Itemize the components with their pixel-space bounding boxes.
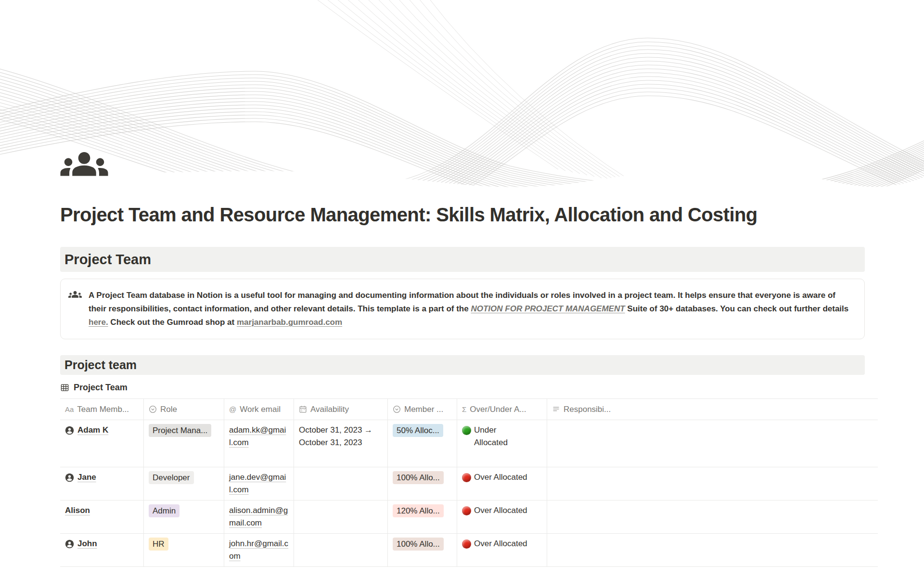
page-title: Project Team and Resource Management: Sk…	[60, 204, 865, 226]
team-member-name[interactable]: Adam K	[77, 424, 108, 436]
column-header-availability[interactable]: Availability	[294, 399, 388, 420]
status-label: Over Allocated	[474, 504, 527, 517]
over-under-allocation-cell[interactable]: Over Allocated	[457, 467, 547, 500]
section-heading-project-team: Project Team	[60, 247, 865, 272]
team-member-name[interactable]: Alison	[65, 504, 90, 517]
notion-for-project-management-link[interactable]: NOTION FOR PROJECT MANAGEMENT	[471, 304, 625, 313]
availability-cell[interactable]	[294, 500, 388, 533]
status-dot-green	[462, 426, 471, 435]
over-under-allocation-cell[interactable]: Over Allocated	[457, 534, 547, 566]
allocation-tag[interactable]: 100% Allo...	[393, 538, 444, 551]
role-tag[interactable]: Project Mana...	[149, 424, 211, 437]
allocation-tag[interactable]: 100% Allo...	[393, 471, 444, 484]
here-link[interactable]: here.	[89, 318, 108, 327]
table-row: Jane Developer jane.dev@gmail.com 100% A…	[60, 467, 878, 500]
callout-text-part2: Suite of 30+ databases. You can check ou…	[625, 304, 849, 313]
responsibilities-cell[interactable]	[547, 467, 878, 500]
formula-icon: Σ	[462, 403, 466, 416]
text-icon	[552, 405, 560, 413]
table-row: Alison Admin alison.admin@gmail.com 120%…	[60, 500, 878, 534]
over-under-allocation-cell[interactable]: Over Allocated	[457, 500, 547, 533]
person-icon	[65, 424, 74, 439]
column-header-responsibilities[interactable]: Responsibi...	[547, 399, 878, 420]
work-email-cell[interactable]: jane.dev@gmail.com	[224, 467, 294, 500]
availability-cell[interactable]: October 31, 2023 → October 31, 2023	[294, 420, 388, 467]
gumroad-shop-link[interactable]: marjanarbab.gumroad.com	[237, 318, 342, 327]
callout-text-part3: Check out the Gumroad shop at	[108, 318, 237, 327]
status-dot-red	[462, 473, 471, 482]
team-member-cell[interactable]: Alison	[60, 500, 144, 533]
status-label: Over Allocated	[474, 538, 527, 550]
table-row: John HR john.hr@gmail.com 100% Allo... O…	[60, 534, 878, 567]
team-member-cell[interactable]: Jane	[60, 467, 144, 500]
work-email-cell[interactable]: john.hr@gmail.com	[224, 534, 294, 566]
section-heading-text: Project team	[64, 358, 137, 372]
work-email-cell[interactable]: alison.admin@gmail.com	[224, 500, 294, 533]
table-row: Adam K Project Mana... adam.kk@gmail.com…	[60, 420, 878, 467]
title-icon: Aa	[65, 403, 74, 416]
page-icon[interactable]	[59, 152, 109, 184]
column-header-over-under-allocation[interactable]: Σ Over/Under A...	[457, 399, 547, 420]
allocation-tag[interactable]: 50% Alloc...	[393, 424, 443, 437]
column-header-work-email[interactable]: @ Work email	[224, 399, 294, 420]
responsibilities-cell[interactable]	[547, 534, 878, 566]
role-cell[interactable]: HR	[144, 534, 224, 566]
select-icon	[149, 405, 157, 413]
date-icon	[299, 405, 307, 413]
section-heading-text: Project Team	[64, 252, 151, 268]
database-title-text: Project Team	[74, 383, 128, 393]
team-member-cell[interactable]: Adam K	[60, 420, 144, 467]
status-dot-red	[462, 539, 471, 549]
groups-icon	[68, 289, 82, 329]
role-tag[interactable]: Admin	[149, 504, 180, 517]
select-icon	[393, 405, 401, 413]
team-member-name[interactable]: Jane	[77, 471, 96, 484]
person-icon	[65, 538, 74, 552]
table-icon	[60, 383, 69, 392]
column-header-member-allocation[interactable]: Member ...	[388, 399, 457, 420]
role-tag[interactable]: HR	[149, 538, 168, 551]
column-header-team-member[interactable]: Aa Team Memb...	[60, 399, 144, 420]
callout: A Project Team database in Notion is a u…	[60, 279, 865, 339]
availability-cell[interactable]	[294, 467, 388, 500]
team-member-cell[interactable]: John	[60, 534, 144, 566]
groups-icon	[59, 152, 109, 184]
callout-text: A Project Team database in Notion is a u…	[89, 289, 852, 329]
table-header-row: Aa Team Memb... Role @ Work email Availa…	[60, 399, 878, 420]
allocation-tag[interactable]: 120% Allo...	[393, 504, 444, 517]
role-tag[interactable]: Developer	[149, 471, 194, 484]
person-icon	[65, 471, 74, 486]
member-allocation-cell[interactable]: 120% Allo...	[388, 500, 457, 533]
database-title[interactable]: Project Team	[60, 383, 924, 398]
member-allocation-cell[interactable]: 100% Allo...	[388, 534, 457, 566]
work-email-cell[interactable]: adam.kk@gmail.com	[224, 420, 294, 467]
section-heading-project-team-2: Project team	[60, 355, 865, 375]
role-cell[interactable]: Project Mana...	[144, 420, 224, 467]
project-team-table: Aa Team Memb... Role @ Work email Availa…	[60, 398, 878, 567]
role-cell[interactable]: Developer	[144, 467, 224, 500]
member-allocation-cell[interactable]: 100% Allo...	[388, 467, 457, 500]
email-icon: @	[229, 403, 236, 416]
member-allocation-cell[interactable]: 50% Alloc...	[388, 420, 457, 467]
responsibilities-cell[interactable]	[547, 500, 878, 533]
role-cell[interactable]: Admin	[144, 500, 224, 533]
column-header-role[interactable]: Role	[144, 399, 224, 420]
status-label: Over Allocated	[474, 471, 527, 484]
status-label: Under Allocated	[474, 424, 518, 449]
availability-cell[interactable]	[294, 534, 388, 566]
over-under-allocation-cell[interactable]: Under Allocated	[457, 420, 547, 467]
team-member-name[interactable]: John	[77, 538, 97, 550]
responsibilities-cell[interactable]	[547, 420, 878, 467]
status-dot-red	[462, 506, 471, 515]
